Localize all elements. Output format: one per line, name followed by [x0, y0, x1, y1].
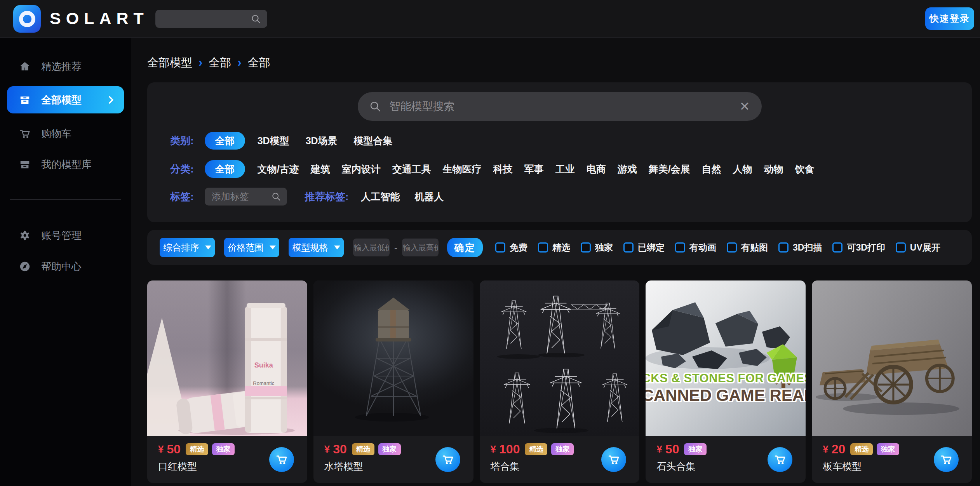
classification-option[interactable]: 舞美/会展 [649, 163, 690, 176]
category-option[interactable]: 3D场景 [306, 134, 338, 147]
add-to-cart-button[interactable] [435, 447, 460, 472]
product-image-towers [480, 280, 640, 436]
checkbox-box[interactable] [623, 242, 634, 253]
checkbox-box[interactable] [538, 242, 548, 253]
sidebar-item-help[interactable]: 帮助中心 [0, 254, 131, 279]
classification-option[interactable]: 电商 [587, 163, 606, 176]
product-image-rocks: CKS & STONES FOR GAMESCANNED GAME READY [646, 280, 806, 436]
checkbox-box[interactable] [896, 242, 906, 253]
confirm-button[interactable]: 确定 [447, 238, 483, 257]
classification-option[interactable]: 文物/古迹 [258, 163, 299, 176]
search-icon [369, 101, 381, 112]
classification-option-active[interactable]: 全部 [205, 160, 245, 178]
category-option-active[interactable]: 全部 [205, 132, 245, 150]
sidebar-item-all-models[interactable]: 全部模型 [7, 86, 124, 113]
category-option[interactable]: 3D模型 [258, 134, 289, 147]
cart-icon [275, 453, 288, 466]
recommended-tag[interactable]: 机器人 [414, 190, 444, 203]
sidebar-item-cart[interactable]: 购物车 [0, 121, 131, 146]
breadcrumb-item[interactable]: 全部模型 [147, 55, 192, 71]
filter-panel: ✕ 类别: 全部 3D模型3D场景模型合集 分类: 全部 文物/古迹建筑室内设计… [147, 82, 972, 222]
checkbox-box[interactable] [675, 242, 685, 253]
classification-option[interactable]: 生物医疗 [443, 163, 482, 176]
filter-checkbox[interactable]: 独家 [581, 242, 613, 254]
topbar-search [155, 10, 267, 28]
checkbox-box[interactable] [495, 242, 505, 253]
sidebar-item-my-library[interactable]: 我的模型库 [0, 152, 131, 177]
sidebar-item-account[interactable]: 账号管理 [0, 223, 131, 248]
filter-checkbox[interactable]: 可3D打印 [832, 242, 885, 254]
checkbox-box[interactable] [727, 242, 737, 253]
sidebar-item-label: 我的模型库 [41, 158, 92, 171]
classification-option[interactable]: 科技 [493, 163, 513, 176]
filter-checkbox[interactable]: 有动画 [675, 242, 716, 254]
add-tag-input[interactable] [211, 191, 262, 202]
topbar-search-input[interactable] [162, 14, 251, 24]
breadcrumb-item[interactable]: 全部 [209, 55, 231, 71]
classification-option[interactable]: 建筑 [311, 163, 330, 176]
category-row: 类别: 全部 3D模型3D场景模型合集 [170, 131, 393, 150]
filter-checkbox[interactable]: UV展开 [896, 242, 940, 254]
add-to-cart-button[interactable] [768, 447, 792, 472]
badge-featured: 精选 [186, 443, 208, 455]
classification-option[interactable]: 游戏 [618, 163, 637, 176]
min-price-input[interactable] [353, 239, 390, 256]
max-price-input[interactable] [402, 239, 439, 256]
gear-icon [19, 229, 31, 242]
quick-login-button[interactable]: 快速登录 [925, 7, 974, 30]
product-image-watertower [313, 280, 473, 436]
close-icon[interactable]: ✕ [740, 100, 750, 113]
checkbox-label: 免费 [510, 242, 527, 254]
checkbox-label: UV展开 [910, 242, 940, 254]
price-range-separator: - [394, 242, 397, 253]
cart-icon [774, 453, 786, 466]
product-card[interactable]: ¥ 30 精选独家 水塔模型 [313, 280, 473, 483]
product-grid: SuikaRomantic ¥ 50 精选独家 口红模型 ¥ 30 精选独家 [147, 280, 972, 483]
price-value: 100 [499, 442, 520, 456]
cart-icon [940, 453, 952, 466]
category-option[interactable]: 模型合集 [354, 134, 393, 147]
breadcrumb-item[interactable]: 全部 [248, 55, 270, 71]
classification-option[interactable]: 自然 [702, 163, 721, 176]
sidebar-item-featured[interactable]: 精选推荐 [0, 54, 131, 79]
checkbox-box[interactable] [581, 242, 591, 253]
add-to-cart-button[interactable] [934, 447, 959, 472]
checkbox-box[interactable] [832, 242, 842, 253]
filter-checkbox[interactable]: 精选 [538, 242, 570, 254]
badge-exclusive: 独家 [684, 443, 707, 455]
add-to-cart-button[interactable] [269, 447, 294, 472]
classification-option[interactable]: 动物 [764, 163, 783, 176]
recommended-tags-label: 推荐标签: [305, 190, 349, 204]
classification-option[interactable]: 交通工具 [392, 163, 431, 176]
classification-label: 分类: [170, 162, 194, 176]
product-image-carts [812, 280, 972, 436]
classification-option[interactable]: 饮食 [795, 163, 815, 176]
filter-checkbox[interactable]: 有贴图 [727, 242, 768, 254]
sidebar-item-label: 精选推荐 [41, 60, 82, 73]
checkbox-box[interactable] [778, 242, 789, 253]
add-to-cart-button[interactable] [601, 447, 626, 472]
tags-row: 标签: 推荐标签: 人工智能机器人 [170, 187, 444, 206]
classification-option[interactable]: 军事 [524, 163, 544, 176]
classification-option[interactable]: 人物 [733, 163, 752, 176]
model-spec-dropdown[interactable]: 模型规格 [289, 238, 344, 257]
classification-options: 文物/古迹建筑室内设计交通工具生物医疗科技军事工业电商游戏舞美/会展自然人物动物… [258, 163, 815, 176]
filter-checkbox[interactable]: 已绑定 [623, 242, 665, 254]
main-content: 全部模型 › 全部 › 全部 ✕ 类别: 全部 3D模型3D场景模型合集 [132, 38, 980, 486]
filter-checkbox[interactable]: 免费 [495, 242, 527, 254]
price-value: 50 [167, 442, 181, 456]
sort-dropdown[interactable]: 综合排序 [160, 238, 215, 257]
product-card[interactable]: ¥ 20 精选独家 板车模型 [812, 280, 972, 483]
badge-group: 独家 [684, 443, 707, 455]
price-range-dropdown[interactable]: 价格范围 [224, 238, 279, 257]
product-card[interactable]: ¥ 100 精选独家 塔合集 [480, 280, 640, 483]
product-card[interactable]: CKS & STONES FOR GAMESCANNED GAME READY … [646, 280, 806, 483]
product-card[interactable]: SuikaRomantic ¥ 50 精选独家 口红模型 [147, 280, 307, 483]
classification-option[interactable]: 室内设计 [342, 163, 381, 176]
product-image-text: SuikaRomantic [244, 361, 283, 386]
smart-search-input[interactable] [389, 100, 740, 113]
classification-option[interactable]: 工业 [555, 163, 575, 176]
price-value: 50 [665, 442, 679, 456]
filter-checkbox[interactable]: 3D扫描 [778, 242, 822, 254]
recommended-tag[interactable]: 人工智能 [361, 190, 400, 203]
